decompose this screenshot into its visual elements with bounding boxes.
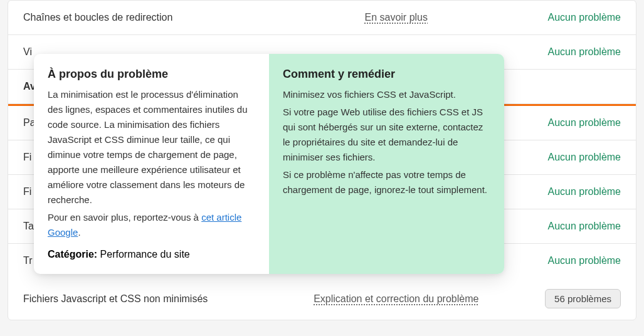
- issue-title: Chaînes et boucles de redirection: [23, 12, 272, 23]
- fix-step: Si votre page Web utilise des fichiers C…: [283, 105, 490, 165]
- table-row: Fichiers Javascript et CSS non minimisés…: [8, 278, 636, 320]
- issue-status: 56 problèmes: [520, 289, 621, 308]
- status-ok: Aucun problème: [547, 152, 621, 162]
- about-description: La minimisation est le processus d'élimi…: [48, 87, 255, 207]
- category-line: Catégorie: Performance du site: [48, 249, 255, 260]
- issue-status: Aucun problème: [520, 117, 621, 129]
- issue-title: Fichiers Javascript et CSS non minimisés: [23, 293, 272, 305]
- issue-help: En savoir plus: [272, 12, 521, 23]
- status-ok: Aucun problème: [547, 46, 621, 57]
- status-ok: Aucun problème: [547, 221, 621, 231]
- category-value: Performance du site: [97, 249, 190, 260]
- status-ok: Aucun problème: [547, 186, 621, 197]
- issue-help-link: Explication et correction du problème: [272, 293, 521, 305]
- about-heading: À propos du problème: [48, 68, 255, 81]
- status-ok: Aucun problème: [547, 117, 621, 128]
- issue-status: Aucun problème: [520, 46, 621, 58]
- popover-fix: Comment y remédier Minimisez vos fichier…: [269, 54, 504, 274]
- fix-heading: Comment y remédier: [283, 68, 490, 81]
- explain-fix-link[interactable]: Explication et correction du problème: [314, 293, 478, 304]
- category-label: Catégorie:: [48, 249, 97, 260]
- issue-status: Aucun problème: [520, 255, 621, 266]
- fix-step: Si ce problème n'affecte pas votre temps…: [283, 167, 490, 197]
- issue-popover: À propos du problème La minimisation est…: [34, 54, 504, 274]
- problem-count-badge[interactable]: 56 problèmes: [545, 289, 621, 308]
- fix-step: Minimisez vos fichiers CSS et JavaScript…: [283, 87, 490, 102]
- popover-about: À propos du problème La minimisation est…: [34, 54, 269, 274]
- about-more: Pour en savoir plus, reportez-vous à cet…: [48, 210, 255, 240]
- status-ok: Aucun problème: [547, 12, 621, 23]
- issue-status: Aucun problème: [520, 221, 621, 232]
- status-ok: Aucun problème: [547, 255, 621, 266]
- table-row: Chaînes et boucles de redirectionEn savo…: [8, 1, 636, 35]
- issue-status: Aucun problème: [520, 186, 621, 197]
- issue-status: Aucun problème: [520, 152, 621, 163]
- learn-more-link[interactable]: En savoir plus: [365, 12, 428, 23]
- issue-status: Aucun problème: [520, 12, 621, 23]
